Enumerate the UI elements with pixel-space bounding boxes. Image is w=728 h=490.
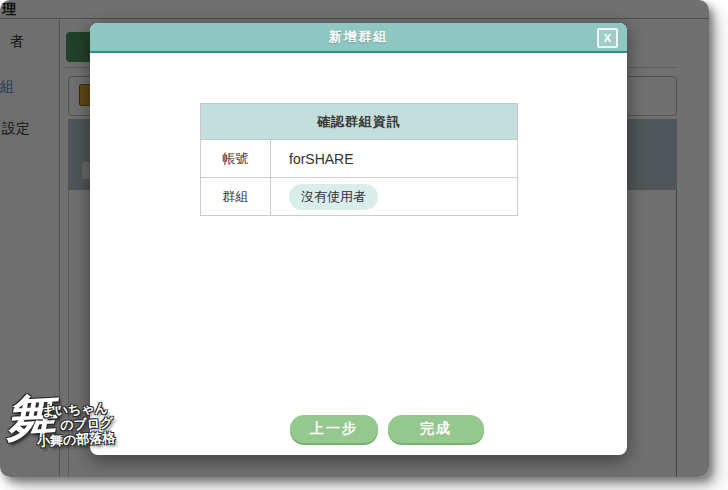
finish-button[interactable]: 完成 <box>388 415 484 443</box>
close-icon[interactable]: X <box>597 28 618 48</box>
dialog-title: 新增群組 <box>329 28 389 46</box>
table-row: 帳號 forSHARE <box>201 140 518 178</box>
table-row: 群組 沒有使用者 <box>201 178 518 216</box>
dialog-actions: 上一步 完成 <box>290 415 484 443</box>
add-group-dialog: 新增群組 X 確認群組資訊 帳號 forSHARE 群組 沒有使用者 <box>90 23 627 455</box>
dialog-body: 確認群組資訊 帳號 forSHARE 群組 沒有使用者 上一步 完成 <box>90 53 627 453</box>
screenshot-frame: 理 者 組 設定 新增群組 X 確認群組資訊 帳號 <box>0 0 709 477</box>
watermark-line-3: 小舞の部落格 <box>37 429 116 451</box>
group-label: 群組 <box>201 178 271 216</box>
blog-watermark: 舞 まいちゃん のブログ 小舞の部落格 <box>0 377 144 464</box>
account-label: 帳號 <box>201 140 271 178</box>
no-users-badge: 沒有使用者 <box>289 184 378 210</box>
table-title: 確認群組資訊 <box>201 104 518 140</box>
confirm-group-table: 確認群組資訊 帳號 forSHARE 群組 沒有使用者 <box>200 103 518 216</box>
dialog-header: 新增群組 X <box>90 23 627 53</box>
group-value-cell: 沒有使用者 <box>271 178 518 216</box>
table-header-row: 確認群組資訊 <box>201 104 518 140</box>
account-value: forSHARE <box>271 140 518 178</box>
previous-step-button[interactable]: 上一步 <box>290 415 378 443</box>
